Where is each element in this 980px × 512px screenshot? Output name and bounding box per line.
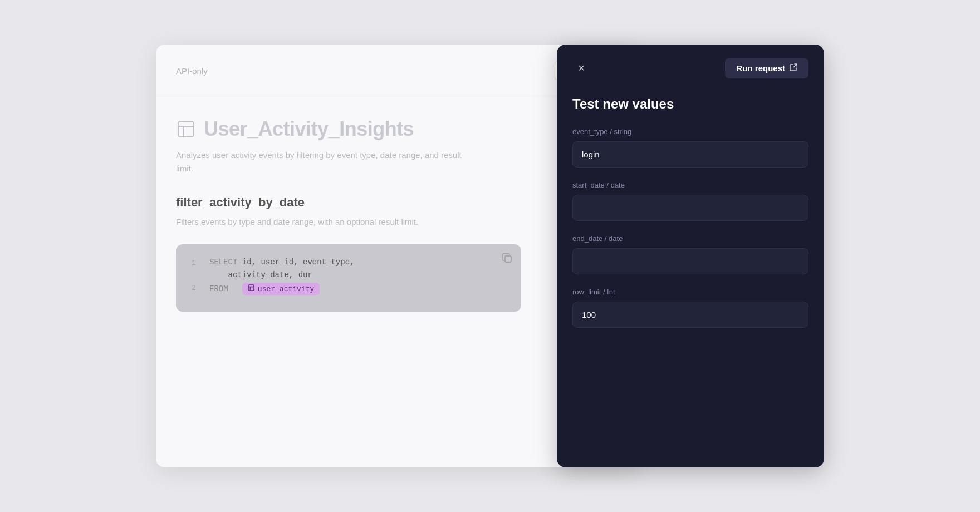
close-button[interactable]: × (572, 60, 590, 77)
field-label-start-date: start_date / date (572, 181, 808, 189)
line-number-1: 1 (192, 259, 198, 267)
line-number-2: 2 (192, 284, 198, 292)
api-only-label: API-only (176, 66, 208, 76)
code-highlight-table: user_activity (242, 283, 320, 295)
code-line-continuation: activity_date, dur (192, 270, 506, 279)
run-request-button[interactable]: Run request (725, 58, 808, 78)
input-event-type[interactable] (572, 141, 808, 168)
field-label-end-date: end_date / date (572, 234, 808, 243)
entity-table-icon (176, 119, 196, 139)
entity-title: User_Activity_Insights (204, 117, 414, 141)
copy-button[interactable] (502, 253, 512, 266)
code-block: 1 SELECT id, user_id, event_type, activi… (176, 244, 521, 312)
panel-header: × Run request (557, 45, 824, 92)
code-line-2: 2 FROM user_activity (192, 283, 506, 295)
field-label-row-limit: row_limit / Int (572, 288, 808, 296)
code-text-continuation: activity_date, dur (209, 270, 312, 279)
table-name: user_activity (258, 285, 314, 293)
input-end-date[interactable] (572, 248, 808, 274)
svg-rect-7 (248, 285, 254, 291)
entity-title-row: User_Activity_Insights (176, 117, 620, 141)
field-start-date: start_date / date (572, 181, 808, 221)
svg-rect-6 (505, 256, 511, 262)
field-label-event-type: event_type / string (572, 127, 808, 136)
panel-body: Test new values event_type / string star… (557, 92, 824, 467)
field-end-date: end_date / date (572, 234, 808, 274)
right-panel: × Run request Test new values event_type… (557, 45, 824, 467)
external-link-icon (790, 63, 797, 73)
entity-description: Analyzes user activity events by filteri… (176, 149, 477, 175)
table-highlight-icon (248, 284, 254, 293)
code-text-1: SELECT id, user_id, event_type, (209, 258, 354, 267)
field-event-type: event_type / string (572, 127, 808, 168)
input-row-limit[interactable] (572, 302, 808, 328)
function-description: Filters events by type and date range, w… (176, 215, 454, 229)
close-icon: × (578, 62, 585, 75)
input-start-date[interactable] (572, 195, 808, 221)
field-row-limit: row_limit / Int (572, 288, 808, 328)
run-request-label: Run request (736, 63, 785, 73)
function-title: filter_activity_by_date (176, 195, 620, 210)
code-text-2: FROM user_activity (209, 283, 320, 295)
svg-rect-3 (178, 121, 194, 137)
code-line-1: 1 SELECT id, user_id, event_type, (192, 258, 506, 267)
section-title: Test new values (572, 96, 808, 112)
